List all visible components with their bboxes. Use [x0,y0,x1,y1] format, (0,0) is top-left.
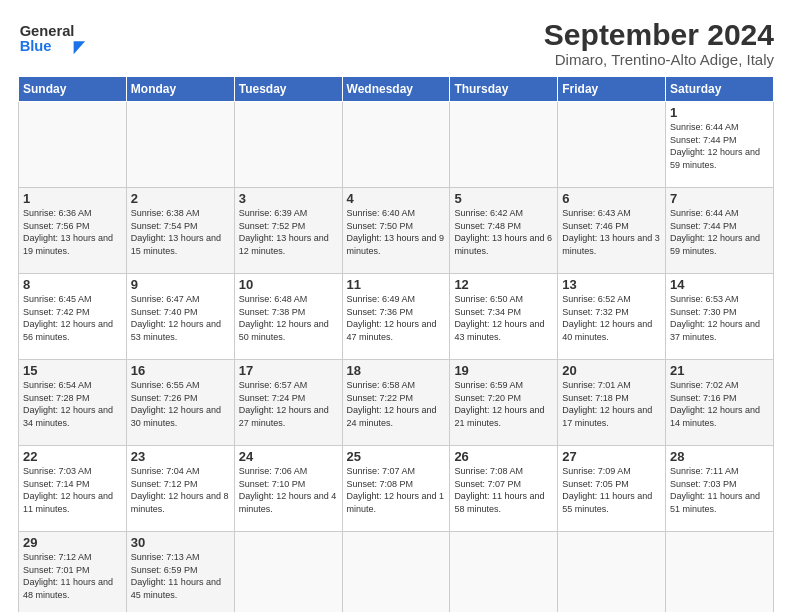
day-number: 16 [131,363,230,378]
day-number: 30 [131,535,230,550]
calendar-cell [234,532,342,613]
day-number: 8 [23,277,122,292]
day-number: 21 [670,363,769,378]
day-info: Sunrise: 6:59 AMSunset: 7:20 PMDaylight:… [454,379,553,429]
day-info: Sunrise: 6:48 AMSunset: 7:38 PMDaylight:… [239,293,338,343]
calendar-cell: 25Sunrise: 7:07 AMSunset: 7:08 PMDayligh… [342,446,450,532]
day-number: 25 [347,449,446,464]
day-number: 23 [131,449,230,464]
calendar-cell: 28Sunrise: 7:11 AMSunset: 7:03 PMDayligh… [666,446,774,532]
day-info: Sunrise: 6:44 AMSunset: 7:44 PMDaylight:… [670,207,769,257]
day-header-sunday: Sunday [19,77,127,102]
calendar-cell: 19Sunrise: 6:59 AMSunset: 7:20 PMDayligh… [450,360,558,446]
day-number: 3 [239,191,338,206]
day-info: Sunrise: 6:55 AMSunset: 7:26 PMDaylight:… [131,379,230,429]
header: General Blue September 2024 Dimaro, Tren… [18,18,774,68]
calendar-cell: 6Sunrise: 6:43 AMSunset: 7:46 PMDaylight… [558,188,666,274]
day-info: Sunrise: 6:53 AMSunset: 7:30 PMDaylight:… [670,293,769,343]
calendar-cell: 16Sunrise: 6:55 AMSunset: 7:26 PMDayligh… [126,360,234,446]
calendar-cell: 15Sunrise: 6:54 AMSunset: 7:28 PMDayligh… [19,360,127,446]
calendar-cell: 8Sunrise: 6:45 AMSunset: 7:42 PMDaylight… [19,274,127,360]
day-header-monday: Monday [126,77,234,102]
calendar-cell [558,102,666,188]
day-number: 22 [23,449,122,464]
day-number: 18 [347,363,446,378]
day-header-tuesday: Tuesday [234,77,342,102]
calendar-week-1: 1Sunrise: 6:44 AMSunset: 7:44 PMDaylight… [19,102,774,188]
calendar-cell: 26Sunrise: 7:08 AMSunset: 7:07 PMDayligh… [450,446,558,532]
day-info: Sunrise: 6:57 AMSunset: 7:24 PMDaylight:… [239,379,338,429]
day-header-thursday: Thursday [450,77,558,102]
month-title: September 2024 [544,18,774,51]
calendar-week-2: 1Sunrise: 6:36 AMSunset: 7:56 PMDaylight… [19,188,774,274]
calendar-cell: 23Sunrise: 7:04 AMSunset: 7:12 PMDayligh… [126,446,234,532]
day-number: 1 [670,105,769,120]
day-number: 24 [239,449,338,464]
day-info: Sunrise: 6:42 AMSunset: 7:48 PMDaylight:… [454,207,553,257]
calendar-cell [126,102,234,188]
day-header-saturday: Saturday [666,77,774,102]
day-number: 7 [670,191,769,206]
day-info: Sunrise: 7:02 AMSunset: 7:16 PMDaylight:… [670,379,769,429]
calendar-week-6: 29Sunrise: 7:12 AMSunset: 7:01 PMDayligh… [19,532,774,613]
day-info: Sunrise: 7:09 AMSunset: 7:05 PMDaylight:… [562,465,661,515]
day-number: 6 [562,191,661,206]
day-number: 26 [454,449,553,464]
calendar-cell: 27Sunrise: 7:09 AMSunset: 7:05 PMDayligh… [558,446,666,532]
page: General Blue September 2024 Dimaro, Tren… [0,0,792,612]
calendar-cell [666,532,774,613]
day-info: Sunrise: 6:52 AMSunset: 7:32 PMDaylight:… [562,293,661,343]
calendar-cell: 5Sunrise: 6:42 AMSunset: 7:48 PMDaylight… [450,188,558,274]
calendar-cell: 30Sunrise: 7:13 AMSunset: 6:59 PMDayligh… [126,532,234,613]
calendar-header-row: SundayMondayTuesdayWednesdayThursdayFrid… [19,77,774,102]
day-info: Sunrise: 6:50 AMSunset: 7:34 PMDaylight:… [454,293,553,343]
day-info: Sunrise: 6:40 AMSunset: 7:50 PMDaylight:… [347,207,446,257]
day-number: 20 [562,363,661,378]
day-number: 12 [454,277,553,292]
day-number: 28 [670,449,769,464]
day-number: 9 [131,277,230,292]
day-number: 4 [347,191,446,206]
day-info: Sunrise: 6:43 AMSunset: 7:46 PMDaylight:… [562,207,661,257]
calendar-cell [450,102,558,188]
day-number: 17 [239,363,338,378]
calendar-cell: 4Sunrise: 6:40 AMSunset: 7:50 PMDaylight… [342,188,450,274]
day-info: Sunrise: 7:13 AMSunset: 6:59 PMDaylight:… [131,551,230,601]
day-header-friday: Friday [558,77,666,102]
calendar-cell: 2Sunrise: 6:38 AMSunset: 7:54 PMDaylight… [126,188,234,274]
calendar-cell [558,532,666,613]
day-info: Sunrise: 6:54 AMSunset: 7:28 PMDaylight:… [23,379,122,429]
day-info: Sunrise: 6:36 AMSunset: 7:56 PMDaylight:… [23,207,122,257]
calendar-cell: 13Sunrise: 6:52 AMSunset: 7:32 PMDayligh… [558,274,666,360]
calendar-week-5: 22Sunrise: 7:03 AMSunset: 7:14 PMDayligh… [19,446,774,532]
logo: General Blue [18,18,108,58]
day-info: Sunrise: 6:58 AMSunset: 7:22 PMDaylight:… [347,379,446,429]
day-number: 14 [670,277,769,292]
day-info: Sunrise: 7:03 AMSunset: 7:14 PMDaylight:… [23,465,122,515]
day-number: 10 [239,277,338,292]
calendar-cell: 18Sunrise: 6:58 AMSunset: 7:22 PMDayligh… [342,360,450,446]
calendar-week-4: 15Sunrise: 6:54 AMSunset: 7:28 PMDayligh… [19,360,774,446]
calendar-cell: 24Sunrise: 7:06 AMSunset: 7:10 PMDayligh… [234,446,342,532]
svg-text:Blue: Blue [20,38,52,54]
day-info: Sunrise: 6:38 AMSunset: 7:54 PMDaylight:… [131,207,230,257]
day-info: Sunrise: 6:49 AMSunset: 7:36 PMDaylight:… [347,293,446,343]
calendar-cell: 14Sunrise: 6:53 AMSunset: 7:30 PMDayligh… [666,274,774,360]
day-number: 2 [131,191,230,206]
location-title: Dimaro, Trentino-Alto Adige, Italy [544,51,774,68]
title-block: September 2024 Dimaro, Trentino-Alto Adi… [544,18,774,68]
svg-marker-2 [74,41,85,54]
day-number: 29 [23,535,122,550]
calendar-cell: 1Sunrise: 6:36 AMSunset: 7:56 PMDaylight… [19,188,127,274]
day-info: Sunrise: 6:39 AMSunset: 7:52 PMDaylight:… [239,207,338,257]
day-number: 19 [454,363,553,378]
day-info: Sunrise: 7:08 AMSunset: 7:07 PMDaylight:… [454,465,553,515]
day-number: 1 [23,191,122,206]
calendar-cell [342,102,450,188]
day-info: Sunrise: 7:12 AMSunset: 7:01 PMDaylight:… [23,551,122,601]
calendar-cell: 1Sunrise: 6:44 AMSunset: 7:44 PMDaylight… [666,102,774,188]
calendar-cell [234,102,342,188]
calendar-cell [342,532,450,613]
day-number: 11 [347,277,446,292]
calendar-cell: 17Sunrise: 6:57 AMSunset: 7:24 PMDayligh… [234,360,342,446]
